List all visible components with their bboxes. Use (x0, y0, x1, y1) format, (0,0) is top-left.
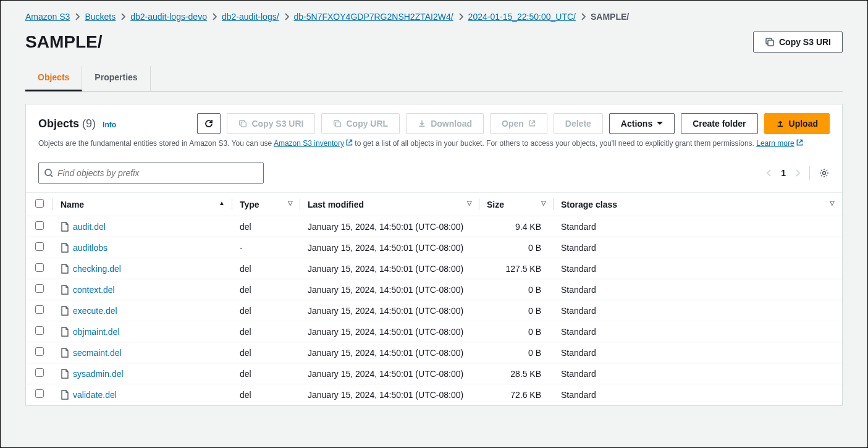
table-row: auditlobs-January 15, 2024, 14:50:01 (UT… (26, 237, 842, 258)
svg-point-4 (823, 172, 826, 175)
object-modified: January 15, 2024, 14:50:01 (UTC-08:00) (300, 216, 479, 237)
object-name-link[interactable]: context.del (73, 285, 115, 295)
object-type: del (232, 342, 300, 363)
breadcrumb-item[interactable]: db2-audit-logs/ (222, 12, 279, 22)
object-name-link[interactable]: secmaint.del (73, 348, 122, 358)
object-name-link[interactable]: auditlobs (73, 243, 107, 253)
object-name-link[interactable]: checking.del (73, 264, 121, 274)
table-row: objmaint.deldelJanuary 15, 2024, 14:50:0… (26, 321, 842, 342)
panel-title: Objects (38, 117, 79, 130)
row-checkbox[interactable] (35, 347, 44, 356)
copy-icon (238, 119, 247, 128)
file-icon (61, 285, 69, 295)
search-box[interactable] (38, 163, 264, 184)
search-icon (44, 168, 54, 178)
breadcrumb-item[interactable]: 2024-01-15_22:50:00_UTC/ (468, 12, 576, 22)
table-row: audit.deldelJanuary 15, 2024, 14:50:01 (… (26, 216, 842, 237)
objects-table: Name▲ Type▽ Last modified▽ Size▽ Storage… (26, 192, 842, 405)
object-modified: January 15, 2024, 14:50:01 (UTC-08:00) (300, 237, 479, 258)
learn-more-link[interactable]: Learn more (756, 139, 803, 148)
object-name-link[interactable]: sysadmin.del (73, 369, 124, 379)
external-icon (796, 139, 803, 146)
copy-s3-uri-button[interactable]: Copy S3 URI (753, 32, 843, 53)
panel-description: Objects are the fundamental entities sto… (38, 138, 830, 149)
settings-button[interactable] (819, 167, 830, 179)
column-modified[interactable]: Last modified▽ (300, 193, 479, 216)
table-row: secmaint.deldelJanuary 15, 2024, 14:50:0… (26, 342, 842, 363)
copy-url-button[interactable]: Copy URL (321, 113, 400, 134)
table-row: checking.deldelJanuary 15, 2024, 14:50:0… (26, 258, 842, 279)
info-link[interactable]: Info (103, 120, 116, 129)
tab-objects[interactable]: Objects (25, 66, 82, 91)
row-checkbox[interactable] (35, 389, 44, 398)
object-storage-class: Standard (554, 321, 842, 342)
chevron-right-icon (120, 13, 125, 20)
object-type: del (232, 321, 300, 342)
upload-icon (776, 119, 785, 128)
pagination: 1 (766, 166, 830, 180)
chevron-right-icon (458, 13, 463, 20)
row-checkbox[interactable] (35, 221, 44, 230)
object-size: 0 B (479, 300, 554, 321)
breadcrumb-item[interactable]: Amazon S3 (25, 12, 70, 22)
object-storage-class: Standard (554, 258, 842, 279)
object-name-link[interactable]: execute.del (73, 306, 117, 316)
row-checkbox[interactable] (35, 368, 44, 377)
breadcrumb-item: SAMPLE/ (591, 12, 629, 22)
row-checkbox[interactable] (35, 305, 44, 314)
refresh-button[interactable] (197, 113, 221, 134)
select-all-checkbox[interactable] (35, 199, 44, 208)
next-page-button[interactable] (794, 169, 801, 177)
object-modified: January 15, 2024, 14:50:01 (UTC-08:00) (300, 258, 479, 279)
object-size: 0 B (479, 279, 554, 300)
open-button[interactable]: Open (490, 113, 547, 134)
breadcrumb-item[interactable]: db2-audit-logs-devo (130, 12, 207, 22)
row-checkbox[interactable] (35, 326, 44, 335)
object-modified: January 15, 2024, 14:50:01 (UTC-08:00) (300, 300, 479, 321)
copy-icon (333, 119, 342, 128)
column-size[interactable]: Size▽ (479, 193, 554, 216)
table-row: execute.deldelJanuary 15, 2024, 14:50:01… (26, 300, 842, 321)
svg-point-3 (45, 169, 51, 175)
breadcrumb-item[interactable]: Buckets (85, 12, 116, 22)
copy-icon (765, 37, 775, 47)
panel-count: (9) (82, 117, 96, 130)
actions-label: Actions (621, 119, 652, 129)
inventory-link[interactable]: Amazon S3 inventory (274, 139, 353, 148)
prev-page-button[interactable] (766, 169, 772, 177)
external-icon (345, 139, 353, 146)
copy-s3-uri-toolbar-button[interactable]: Copy S3 URI (227, 113, 315, 134)
object-name-link[interactable]: validate.del (73, 390, 117, 400)
actions-button[interactable]: Actions (609, 113, 675, 134)
column-type[interactable]: Type▽ (232, 193, 300, 216)
refresh-icon (204, 119, 214, 129)
object-storage-class: Standard (554, 363, 842, 384)
object-name-link[interactable]: audit.del (73, 222, 106, 232)
object-size: 28.5 KB (479, 363, 554, 384)
object-storage-class: Standard (554, 384, 842, 405)
external-icon (528, 120, 536, 127)
download-button[interactable]: Download (406, 113, 484, 134)
column-storage[interactable]: Storage class▽ (554, 193, 842, 216)
chevron-right-icon (581, 13, 586, 20)
create-folder-button[interactable]: Create folder (681, 113, 757, 134)
column-name[interactable]: Name▲ (53, 193, 232, 216)
row-checkbox[interactable] (35, 242, 44, 251)
delete-button[interactable]: Delete (554, 113, 603, 134)
object-name-link[interactable]: objmaint.del (73, 327, 120, 337)
tab-properties[interactable]: Properties (82, 66, 150, 91)
search-input[interactable] (54, 168, 258, 178)
upload-button[interactable]: Upload (764, 113, 830, 134)
table-row: validate.deldelJanuary 15, 2024, 14:50:0… (26, 384, 842, 405)
breadcrumb-item[interactable]: db-5N7FXOY4GDP7RG2NSH2ZTAI2W4/ (294, 12, 453, 22)
object-type: del (232, 300, 300, 321)
object-type: del (232, 279, 300, 300)
create-folder-label: Create folder (693, 119, 746, 129)
row-checkbox[interactable] (35, 263, 44, 272)
row-checkbox[interactable] (35, 284, 44, 293)
breadcrumb: Amazon S3Bucketsdb2-audit-logs-devodb2-a… (25, 12, 843, 22)
svg-rect-0 (768, 40, 773, 46)
object-storage-class: Standard (554, 216, 842, 237)
object-size: 0 B (479, 237, 554, 258)
object-modified: January 15, 2024, 14:50:01 (UTC-08:00) (300, 342, 479, 363)
